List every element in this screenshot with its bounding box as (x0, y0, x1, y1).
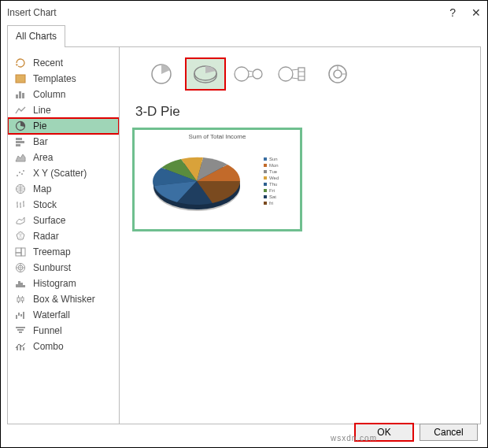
templates-icon (14, 73, 27, 84)
subtype-pie-3d[interactable] (186, 58, 225, 90)
svg-rect-19 (18, 281, 20, 287)
sidebar-item-templates[interactable]: Templates (8, 71, 119, 87)
svg-rect-0 (16, 75, 25, 83)
svg-point-38 (279, 67, 293, 81)
radar-icon (14, 231, 27, 242)
sidebar-item-histogram[interactable]: Histogram (8, 276, 119, 291)
svg-rect-2 (19, 91, 21, 98)
svg-point-9 (19, 172, 20, 173)
watermark-text: wsxdn.com (331, 434, 377, 442)
sidebar-item-box-whisker[interactable]: Box & Whisker (8, 291, 119, 307)
svg-point-11 (23, 170, 24, 172)
subtype-bar-of-pie[interactable] (274, 58, 313, 90)
svg-rect-24 (16, 315, 17, 319)
svg-rect-14 (21, 248, 25, 256)
sidebar-item-waterfall[interactable]: Waterfall (8, 307, 119, 323)
combo-icon (14, 341, 27, 352)
svg-point-36 (235, 67, 249, 81)
svg-rect-26 (20, 314, 22, 317)
sidebar-item-column[interactable]: Column (8, 87, 119, 102)
svg-rect-25 (18, 313, 20, 316)
sidebar-item-recent[interactable]: Recent (8, 55, 119, 71)
subtype-doughnut[interactable] (318, 58, 357, 90)
sidebar-item-radar[interactable]: Radar (8, 228, 119, 244)
tab-all-charts[interactable]: All Charts (7, 25, 65, 47)
subtype-pie-of-pie[interactable] (230, 58, 269, 90)
sidebar-item-stock[interactable]: Stock (8, 197, 119, 213)
close-icon[interactable]: ✕ (471, 6, 481, 19)
svg-point-8 (17, 175, 18, 176)
subtype-pie-2d[interactable] (142, 58, 181, 90)
svg-point-41 (334, 70, 342, 78)
main-panel: 3-D Pie Sum of Total Income (120, 47, 480, 424)
cancel-button[interactable]: Cancel (420, 424, 478, 441)
svg-point-10 (21, 173, 23, 175)
sidebar-item-scatter[interactable]: X Y (Scatter) (8, 165, 119, 181)
svg-rect-33 (23, 347, 24, 350)
svg-rect-28 (16, 327, 25, 328)
svg-rect-6 (16, 141, 24, 143)
box-whisker-icon (14, 294, 27, 305)
pie-icon (14, 120, 27, 131)
scatter-icon (14, 168, 27, 179)
svg-rect-30 (19, 331, 22, 333)
title-bar: Insert Chart ? ✕ (1, 1, 487, 24)
svg-rect-22 (17, 298, 20, 302)
svg-rect-27 (23, 312, 24, 319)
sidebar-item-pie[interactable]: Pie (8, 118, 119, 134)
histogram-icon (14, 278, 27, 289)
sidebar-item-map[interactable]: Map (8, 181, 119, 197)
svg-rect-39 (298, 68, 305, 80)
pie-subtype-row (142, 58, 468, 90)
bar-icon (14, 136, 27, 147)
sidebar-item-sunburst[interactable]: Sunburst (8, 260, 119, 276)
svg-rect-13 (16, 248, 21, 253)
funnel-icon (14, 325, 27, 336)
preview-title: Sum of Total Income (138, 133, 297, 140)
sidebar-item-treemap[interactable]: Treemap (8, 244, 119, 260)
svg-rect-7 (16, 144, 20, 146)
sidebar-item-line[interactable]: Line (8, 102, 119, 118)
recent-icon (14, 57, 27, 68)
sidebar-item-combo[interactable]: Combo (8, 339, 119, 354)
svg-rect-23 (21, 298, 24, 301)
sidebar-item-area[interactable]: Area (8, 150, 119, 165)
svg-rect-5 (16, 138, 22, 140)
svg-rect-3 (22, 93, 24, 98)
svg-point-37 (253, 69, 262, 79)
svg-rect-1 (16, 94, 18, 98)
section-heading: 3-D Pie (135, 104, 468, 120)
area-icon (14, 152, 27, 163)
svg-rect-18 (16, 284, 18, 287)
preview-legend: Sun Mon Tue Wed Thu Fri Sat fri (264, 142, 297, 220)
waterfall-icon (14, 309, 27, 320)
sunburst-icon (14, 262, 27, 273)
help-icon[interactable]: ? (449, 6, 456, 19)
map-icon (14, 183, 27, 194)
svg-rect-21 (23, 285, 25, 287)
sidebar-item-bar[interactable]: Bar (8, 134, 119, 150)
treemap-icon (14, 246, 27, 257)
stock-icon (14, 199, 27, 210)
svg-rect-20 (20, 283, 23, 287)
column-icon (14, 89, 27, 100)
sidebar-item-surface[interactable]: Surface (8, 213, 119, 228)
sidebar-item-funnel[interactable]: Funnel (8, 323, 119, 339)
line-icon (14, 105, 27, 116)
svg-rect-29 (17, 329, 24, 331)
surface-icon (14, 215, 27, 226)
dialog-title: Insert Chart (7, 7, 57, 18)
svg-rect-15 (16, 253, 21, 256)
chart-preview-3d-pie[interactable]: Sum of Total Income (132, 128, 302, 231)
preview-pie-graphic (138, 142, 264, 220)
chart-type-sidebar: Recent Templates Column Line Pie Bar Are… (8, 47, 120, 424)
